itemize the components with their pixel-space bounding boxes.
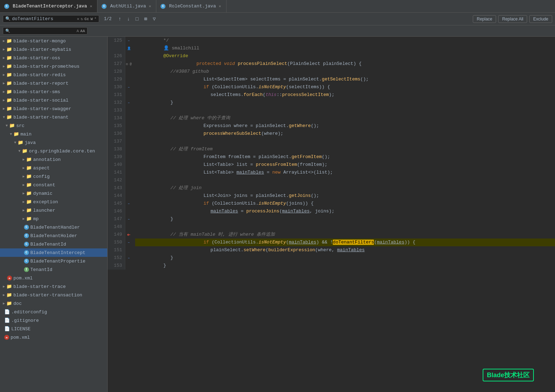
tab-blade-tenant-interceptor[interactable]: C BladeTenantInterceptor.java ✕ xyxy=(0,0,97,12)
line-num-146: 146 xyxy=(110,207,122,215)
code-line-141: List<Table> mainTables = new ArrayList<>… xyxy=(135,169,555,176)
sidebar-item-blade-starter-redis[interactable]: 📁 blade-starter-redis xyxy=(0,71,107,79)
sidebar-label: config xyxy=(33,174,50,179)
file-icon-pom-tenant: m xyxy=(7,276,12,281)
replace-button[interactable]: Replace xyxy=(473,15,496,23)
line-num-127: 127 xyxy=(110,60,122,68)
sidebar-item-license[interactable]: 📄 LICENSE xyxy=(0,325,107,333)
replace-input[interactable] xyxy=(12,28,75,34)
sidebar-item-blade-tenant-interceptor[interactable]: C BladeTenantIntercept xyxy=(0,248,107,257)
sidebar-item-exception[interactable]: 📁 exception xyxy=(0,198,107,206)
search-expand-icon[interactable]: □ xyxy=(134,16,140,23)
line-numbers: 125 126 127 128 129 130 131 132 133 134 … xyxy=(108,37,125,270)
line-num-151: 151 xyxy=(110,246,122,254)
folder-icon: 📁 xyxy=(26,174,32,179)
exclude-button[interactable]: Exclude xyxy=(529,15,552,23)
match-count: 1/2 xyxy=(101,17,115,22)
tab-close-blade-tenant-interceptor[interactable]: ✕ xyxy=(89,4,93,8)
code-editor[interactable]: 125 126 127 128 129 130 131 132 133 134 … xyxy=(108,37,555,392)
search-bar: 🔍 ✕ ↻ Cc W * 1/2 ↑ ↓ □ ⊞ ▽ Replace Repla… xyxy=(0,13,555,25)
watermark: Blade技术社区 xyxy=(483,369,534,381)
tab-bar: C BladeTenantInterceptor.java ✕ C AuthUt… xyxy=(0,0,555,13)
search-regex-icon[interactable]: * xyxy=(94,17,97,21)
sidebar-item-aspect[interactable]: 📁 aspect xyxy=(0,164,107,172)
folder-icon: 📁 xyxy=(6,47,12,52)
file-icon-license: 📄 xyxy=(4,326,10,332)
sidebar-label: aspect xyxy=(33,165,50,171)
arrow-icon xyxy=(3,301,5,306)
search-word-icon[interactable]: W xyxy=(90,17,93,21)
sidebar-item-pom-root[interactable]: m pom.xml xyxy=(0,333,107,342)
arrow-icon xyxy=(3,56,5,60)
gutter-146 xyxy=(125,207,132,215)
sidebar-item-src[interactable]: 📁 src xyxy=(0,121,107,130)
arrow-icon xyxy=(3,90,5,94)
gutter-150: – xyxy=(125,239,132,246)
search-input[interactable] xyxy=(12,16,76,22)
sidebar-item-blade-starter-mongo[interactable]: 📁 blade-starter-mongo xyxy=(0,37,107,45)
sidebar-label: BladeTenantPropertie xyxy=(30,259,85,264)
sidebar-item-tenant-id[interactable]: I TenantId xyxy=(0,265,107,274)
sidebar-item-blade-starter-oss[interactable]: 📁 blade-starter-oss xyxy=(0,54,107,62)
folder-icon: 📁 xyxy=(6,72,12,78)
sidebar-item-editorconfig[interactable]: 📄 .editorconfig xyxy=(0,308,107,316)
sidebar-item-blade-starter-sms[interactable]: 📁 blade-starter-sms xyxy=(0,88,107,96)
folder-icon: 📁 xyxy=(13,131,19,137)
sidebar-item-launcher[interactable]: 📁 launcher xyxy=(0,206,107,215)
sidebar-item-blade-starter-swagger[interactable]: 📁 blade-starter-swagger xyxy=(0,104,107,113)
arrow-icon xyxy=(23,183,25,187)
sidebar-item-gitignore[interactable]: 📄 .gitignore xyxy=(0,316,107,325)
sidebar-item-config[interactable]: 📁 config xyxy=(0,172,107,181)
gutter-149: ➜ xyxy=(125,231,132,239)
line-num-148: 148 xyxy=(110,223,122,231)
folder-icon: 📁 xyxy=(6,292,12,298)
sidebar-item-constant[interactable]: 📁 constant xyxy=(0,181,107,189)
folder-icon: 📁 xyxy=(26,216,32,222)
replace-case-icon[interactable]: A xyxy=(77,29,79,33)
search-case-icon[interactable]: Cc xyxy=(84,17,89,21)
tab-auth-util[interactable]: C AuthUtil.java ✕ xyxy=(97,0,156,12)
line-num-152: 152 xyxy=(110,254,122,262)
sidebar-item-blade-starter-mybatis[interactable]: 📁 blade-starter-mybatis xyxy=(0,45,107,54)
sidebar-item-blade-starter-report[interactable]: 📁 blade-starter-report xyxy=(0,79,107,88)
sidebar-item-doc[interactable]: 📁 doc xyxy=(0,299,107,308)
sidebar-item-main[interactable]: 📁 main xyxy=(0,130,107,138)
file-icon-blade-tenant-interceptor: C xyxy=(24,250,29,255)
line-num-143: 143 xyxy=(110,184,122,192)
tab-close-role-constant[interactable]: ✕ xyxy=(218,4,222,8)
sidebar-item-annotation[interactable]: 📁 annotation xyxy=(0,155,107,164)
sidebar-item-blade-tenant-properties[interactable]: C BladeTenantPropertie xyxy=(0,257,107,265)
sidebar-item-java[interactable]: 📁 java xyxy=(0,138,107,147)
sidebar-item-blade-tenant-id[interactable]: C BladeTenantId xyxy=(0,240,107,248)
search-filter-icon[interactable]: ▽ xyxy=(151,15,157,23)
sidebar-item-blade-tenant-holder[interactable]: C BladeTenantHolder xyxy=(0,231,107,240)
sidebar-item-org-springblade[interactable]: 📁 org.springblade.core.ten xyxy=(0,147,107,155)
gutter-144 xyxy=(125,192,132,200)
line-num-144: 144 xyxy=(110,192,122,200)
replace-aa-icon[interactable]: AA xyxy=(80,29,85,33)
sidebar-item-blade-starter-social[interactable]: 📁 blade-starter-social xyxy=(0,96,107,104)
replace-search-icon: 🔍 xyxy=(5,29,10,33)
sidebar-item-blade-tenant-handler[interactable]: C BladeTenantHandler xyxy=(0,223,107,231)
sidebar-item-blade-starter-trace[interactable]: 📁 blade-starter-trace xyxy=(0,282,107,291)
tab-close-auth-util[interactable]: ✕ xyxy=(148,4,152,8)
search-refresh-icon[interactable]: ↻ xyxy=(81,17,83,21)
sidebar-item-blade-starter-tenant[interactable]: 📁 blade-starter-tenant xyxy=(0,113,107,121)
sidebar-item-mp[interactable]: 📁 mp xyxy=(0,215,107,223)
gutter-133 xyxy=(125,107,132,114)
folder-icon: 📁 xyxy=(6,64,12,69)
line-num-132: 132 xyxy=(110,99,122,107)
line-num-136: 136 xyxy=(110,130,122,138)
search-close-icon[interactable]: ✕ xyxy=(77,17,79,21)
sidebar-item-blade-starter-transaction[interactable]: 📁 blade-starter-transaction xyxy=(0,291,107,299)
tab-icon-role-constant: C xyxy=(161,4,165,9)
tab-role-constant[interactable]: C RoleConstant.java ✕ xyxy=(156,0,226,12)
search-split-icon[interactable]: ⊞ xyxy=(143,15,149,23)
gutter: – 👤 ◎ @ – – – xyxy=(125,37,132,270)
search-next-icon[interactable]: ↓ xyxy=(125,16,132,23)
sidebar-item-blade-starter-prometheus[interactable]: 📁 blade-starter-prometheus xyxy=(0,62,107,71)
sidebar-item-pom-tenant[interactable]: m pom.xml xyxy=(0,274,107,282)
replace-all-button[interactable]: Replace All xyxy=(498,15,527,23)
sidebar-item-dynamic[interactable]: 📁 dynamic xyxy=(0,189,107,198)
search-prev-icon[interactable]: ↑ xyxy=(116,16,123,23)
